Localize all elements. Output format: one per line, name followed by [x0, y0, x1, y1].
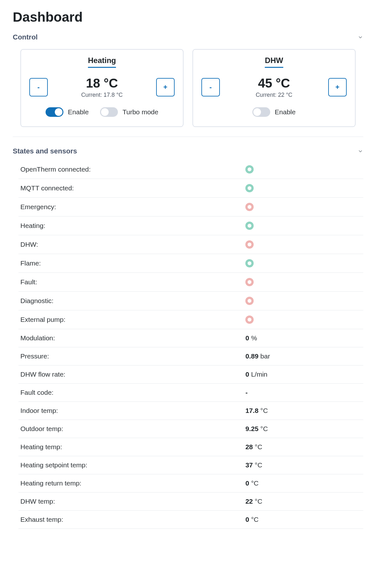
state-row: Diagnostic:: [18, 292, 363, 310]
state-value: -: [245, 389, 361, 396]
dhw-decrease-button[interactable]: -: [201, 78, 220, 96]
status-indicator-icon: [245, 315, 254, 324]
chevron-down-icon: [358, 34, 363, 40]
dhw-setpoint: 45 °C: [220, 76, 328, 90]
state-row: DHW:: [18, 235, 363, 254]
state-row: Flame:: [18, 254, 363, 273]
status-indicator-icon: [245, 184, 254, 192]
chevron-down-icon: [358, 148, 363, 154]
heating-increase-button[interactable]: +: [156, 78, 175, 96]
state-value-wrap: 17.8°C: [245, 407, 268, 414]
section-control-header[interactable]: Control: [13, 33, 363, 43]
state-value: [245, 259, 361, 267]
heating-turbo-switch[interactable]: [100, 107, 118, 117]
state-value: 0.89bar: [245, 352, 361, 360]
state-value: [245, 165, 361, 174]
section-control-title: Control: [13, 33, 38, 41]
state-value-wrap: 37°C: [245, 461, 262, 469]
state-value-wrap: 0°C: [245, 516, 258, 523]
state-label: Heating:: [20, 222, 245, 230]
state-value: [245, 297, 361, 305]
status-indicator-icon: [245, 278, 254, 286]
state-value: 9.25°C: [245, 425, 361, 433]
state-label: Fault code:: [20, 389, 245, 396]
state-value: 22°C: [245, 498, 361, 505]
dhw-enable-group: Enable: [252, 107, 295, 117]
state-label: Outdoor temp:: [20, 425, 245, 433]
status-indicator-icon: [245, 165, 254, 174]
state-row: Heating setpoint temp:37°C: [18, 456, 363, 474]
heating-decrease-button[interactable]: -: [29, 78, 48, 96]
section-states-header[interactable]: States and sensors: [13, 147, 363, 157]
heating-toggles: Enable Turbo mode: [29, 107, 175, 117]
state-value: 17.8°C: [245, 407, 361, 414]
state-label: External pump:: [20, 316, 245, 323]
state-value-number: 0: [245, 371, 249, 378]
state-value-number: 22: [245, 498, 253, 505]
state-value-number: 0: [245, 516, 249, 523]
state-value-unit: bar: [260, 352, 270, 360]
state-label: Diagnostic:: [20, 297, 245, 305]
card-heating: Heating - 18 °C Current: 17.8 °C + Enabl…: [20, 49, 184, 127]
state-value: [245, 203, 361, 211]
state-value-wrap: -: [245, 389, 248, 396]
state-value: 0°C: [245, 516, 361, 523]
dhw-current: Current: 22 °C: [220, 92, 328, 98]
heating-turbo-group: Turbo mode: [100, 107, 158, 117]
state-row: Heating temp:28°C: [18, 438, 363, 456]
state-value-wrap: 0%: [245, 334, 257, 342]
state-value: [245, 222, 361, 230]
dhw-enable-switch[interactable]: [252, 107, 270, 117]
state-value: [245, 184, 361, 192]
state-value: [245, 278, 361, 286]
state-value-wrap: 9.25°C: [245, 425, 268, 433]
status-indicator-icon: [245, 222, 254, 230]
state-value: 28°C: [245, 443, 361, 451]
state-row: Fault:: [18, 273, 363, 292]
state-value-number: 37: [245, 461, 253, 469]
heating-enable-switch[interactable]: [46, 107, 63, 117]
state-row: DHW temp:22°C: [18, 492, 363, 511]
state-value: 0L/min: [245, 371, 361, 378]
state-value: [245, 315, 361, 324]
card-dhw-row: - 45 °C Current: 22 °C +: [201, 76, 347, 98]
section-states: States and sensors OpenTherm connected:M…: [13, 147, 363, 529]
state-value-unit: °C: [255, 461, 263, 469]
state-row: Indoor temp:17.8°C: [18, 402, 363, 420]
state-value-wrap: 0.89bar: [245, 352, 270, 360]
control-cards: Heating - 18 °C Current: 17.8 °C + Enabl…: [13, 43, 363, 137]
state-value-unit: °C: [260, 407, 268, 414]
state-row: Outdoor temp:9.25°C: [18, 420, 363, 438]
dhw-setpoint-wrap: 45 °C Current: 22 °C: [220, 76, 328, 98]
state-label: OpenTherm connected:: [20, 166, 245, 173]
state-label: DHW flow rate:: [20, 371, 245, 378]
heating-setpoint: 18 °C: [48, 76, 156, 90]
state-label: Indoor temp:: [20, 407, 245, 414]
state-value-unit: °C: [255, 443, 263, 451]
dhw-increase-button[interactable]: +: [328, 78, 347, 96]
state-value-unit: °C: [260, 425, 268, 433]
state-label: Flame:: [20, 259, 245, 267]
state-value-wrap: 0°C: [245, 479, 258, 487]
dhw-toggles: Enable: [201, 107, 347, 117]
state-value-wrap: 28°C: [245, 443, 262, 451]
state-value-unit: °C: [251, 479, 259, 487]
state-value-number: 0.89: [245, 352, 258, 360]
section-states-title: States and sensors: [13, 147, 77, 155]
state-value-number: 0: [245, 479, 249, 487]
page-title: Dashboard: [13, 10, 363, 25]
state-row: MQTT connected:: [18, 179, 363, 198]
status-indicator-icon: [245, 203, 254, 211]
state-row: Heating:: [18, 216, 363, 235]
state-value-unit: %: [251, 334, 257, 342]
state-row: Heating return temp:0°C: [18, 474, 363, 492]
state-label: Exhaust temp:: [20, 516, 245, 523]
state-label: DHW:: [20, 241, 245, 248]
state-value-number: -: [245, 389, 248, 396]
state-value: 0%: [245, 334, 361, 342]
dhw-enable-label: Enable: [275, 108, 295, 116]
state-value-unit: °C: [255, 498, 263, 505]
status-indicator-icon: [245, 240, 254, 249]
card-dhw-title: DHW: [265, 56, 283, 68]
state-label: Emergency:: [20, 203, 245, 211]
